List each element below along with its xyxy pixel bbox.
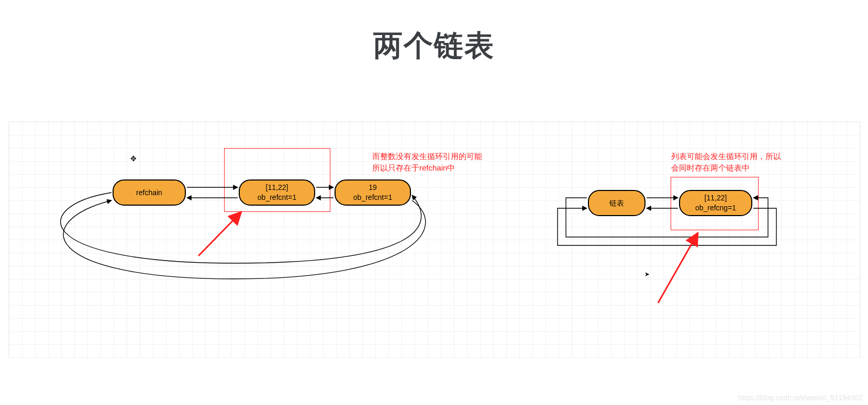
node-list-1122-left-line1: [11,22] — [266, 183, 288, 193]
annotation-right: 列表可能会发生循环引用，所以 会同时存在两个链表中 — [671, 151, 781, 174]
diagram-canvas: ✥ refchain [11,22] ob_refcnt=1 19 ob_ref… — [8, 121, 861, 358]
loop-bottom-right-to-left — [63, 200, 426, 279]
node-int-19: 19 ob_refcnt=1 — [335, 179, 411, 206]
node-int-19-line1: 19 — [369, 183, 377, 193]
node-list-1122-right-line1: [11,22] — [705, 193, 727, 203]
node-refchain-label: refchain — [136, 188, 162, 198]
red-arrow-right — [658, 233, 698, 303]
move-icon: ✥ — [130, 154, 137, 163]
node-list-1122-left: [11,22] ob_refcnt=1 — [239, 179, 315, 206]
node-list-1122-right: [11,22] ob_refcng=1 — [679, 190, 752, 216]
cursor-icon: ➤ — [644, 271, 650, 278]
watermark: https://blog.csdn.net/weixin_51194902 — [738, 393, 863, 402]
node-list-1122-right-line2: ob_refcng=1 — [695, 203, 736, 213]
node-int-19-line2: ob_refcnt=1 — [353, 193, 392, 203]
node-linkedlist-label: 链表 — [609, 198, 624, 208]
red-arrow-left — [198, 212, 241, 256]
diagram-title: 两个链表 — [0, 26, 868, 66]
annotation-left: 而整数没有发生循环引用的可能 所以只存在于refchain中 — [372, 151, 482, 174]
node-list-1122-left-line2: ob_refcnt=1 — [258, 193, 296, 203]
node-linkedlist: 链表 — [588, 190, 646, 216]
node-refchain: refchain — [113, 179, 186, 206]
